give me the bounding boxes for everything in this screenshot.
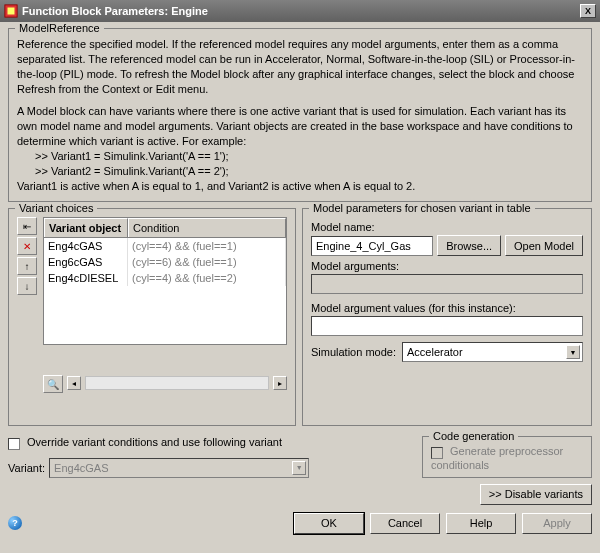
- gen-preproc-label: Generate preprocessor conditionals: [431, 445, 563, 470]
- disable-variants-button[interactable]: >> Disable variants: [480, 484, 592, 505]
- apply-button: Apply: [522, 513, 592, 534]
- variant-choices-legend: Variant choices: [15, 202, 97, 214]
- model-name-input[interactable]: [311, 236, 433, 256]
- scroll-left-button[interactable]: ◂: [67, 376, 81, 390]
- override-label: Override variant conditions and use foll…: [27, 436, 282, 448]
- variant-select: Eng4cGAS ▼: [49, 458, 309, 478]
- code-generation-legend: Code generation: [429, 430, 518, 442]
- description-p1: Reference the specified model. If the re…: [17, 37, 583, 96]
- triangle-right-icon: ▸: [278, 379, 282, 388]
- delete-row-button[interactable]: ✕: [17, 237, 37, 255]
- description-p3: Variant1 is active when A is equal to 1,…: [17, 179, 583, 194]
- code-generation-group: Code generation Generate preprocessor co…: [422, 436, 592, 477]
- cancel-button[interactable]: Cancel: [370, 513, 440, 534]
- variant-choices-group: Variant choices ⇤ ✕ ↑ ↓ Variant object: [8, 208, 296, 426]
- model-arguments-display: [311, 274, 583, 294]
- x-icon: ✕: [23, 241, 31, 252]
- simulation-mode-label: Simulation mode:: [311, 346, 396, 358]
- scrollbar-track[interactable]: [85, 376, 269, 390]
- search-icon: 🔍: [47, 379, 59, 390]
- up-arrow-icon: ↑: [25, 261, 30, 272]
- row-vo: Eng4cGAS: [44, 238, 128, 254]
- argument-values-input[interactable]: [311, 316, 583, 336]
- triangle-left-icon: ◂: [72, 379, 76, 388]
- table-row[interactable]: Eng4cDIESEL (cyl==4) && (fuel==2): [44, 270, 286, 286]
- move-up-button[interactable]: ↑: [17, 257, 37, 275]
- close-button[interactable]: X: [580, 4, 596, 18]
- chevron-down-icon: ▼: [292, 461, 306, 475]
- example-line-2: >> Variant2 = Simulink.Variant('A == 2')…: [35, 164, 583, 179]
- variant-value: Eng4cGAS: [54, 462, 292, 474]
- close-icon: X: [585, 6, 591, 16]
- svg-rect-1: [8, 8, 15, 15]
- app-icon: [4, 4, 18, 18]
- workspace-lookup-button[interactable]: 🔍: [43, 375, 63, 393]
- override-checkbox[interactable]: [8, 438, 20, 450]
- override-checkbox-row[interactable]: Override variant conditions and use foll…: [8, 436, 414, 449]
- model-parameters-legend: Model parameters for chosen variant in t…: [309, 202, 535, 214]
- col-condition: Condition: [128, 218, 286, 237]
- help-icon[interactable]: ?: [8, 516, 22, 530]
- model-reference-legend: ModelReference: [15, 22, 104, 34]
- model-arguments-label: Model arguments:: [311, 260, 583, 272]
- row-vo: Eng6cGAS: [44, 254, 128, 270]
- window-title: Function Block Parameters: Engine: [22, 5, 208, 17]
- open-model-button[interactable]: Open Model: [505, 235, 583, 256]
- col-variant-object: Variant object: [44, 218, 128, 237]
- chevron-down-icon: ▼: [566, 345, 580, 359]
- row-cond: (cyl==6) && (fuel==1): [128, 254, 286, 270]
- table-row[interactable]: Eng4cGAS (cyl==4) && (fuel==1): [44, 238, 286, 254]
- variant-label: Variant:: [8, 462, 45, 474]
- move-down-button[interactable]: ↓: [17, 277, 37, 295]
- browse-button[interactable]: Browse...: [437, 235, 501, 256]
- row-vo: Eng4cDIESEL: [44, 270, 128, 286]
- gen-preproc-checkbox: [431, 447, 443, 459]
- row-cond: (cyl==4) && (fuel==2): [128, 270, 286, 286]
- add-row-button[interactable]: ⇤: [17, 217, 37, 235]
- table-row[interactable]: Eng6cGAS (cyl==6) && (fuel==1): [44, 254, 286, 270]
- example-line-1: >> Variant1 = Simulink.Variant('A == 1')…: [35, 149, 583, 164]
- scroll-right-button[interactable]: ▸: [273, 376, 287, 390]
- model-reference-group: ModelReference Reference the specified m…: [8, 28, 592, 202]
- down-arrow-icon: ↓: [25, 281, 30, 292]
- simulation-mode-value: Accelerator: [407, 346, 566, 358]
- description-p2: A Model block can have variants where th…: [17, 104, 583, 149]
- ok-button[interactable]: OK: [294, 513, 364, 534]
- simulation-mode-select[interactable]: Accelerator ▼: [402, 342, 583, 362]
- model-parameters-group: Model parameters for chosen variant in t…: [302, 208, 592, 426]
- model-name-label: Model name:: [311, 221, 583, 233]
- row-cond: (cyl==4) && (fuel==1): [128, 238, 286, 254]
- argument-values-label: Model argument values (for this instance…: [311, 302, 583, 314]
- titlebar: Function Block Parameters: Engine X: [0, 0, 600, 22]
- help-button[interactable]: Help: [446, 513, 516, 534]
- variant-table[interactable]: Variant object Condition Eng4cGAS (cyl==…: [43, 217, 287, 345]
- plus-left-icon: ⇤: [23, 221, 31, 232]
